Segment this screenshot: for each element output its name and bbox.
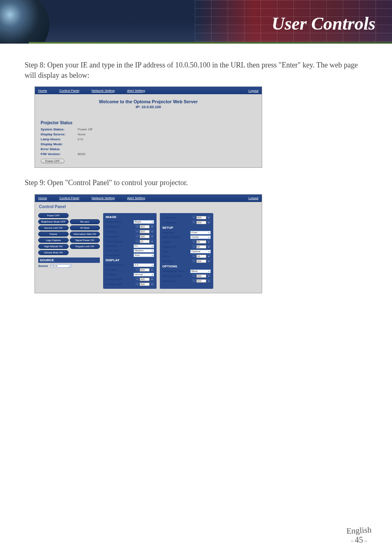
minus-button[interactable]: − xyxy=(192,220,196,225)
plus-button[interactable]: + xyxy=(150,230,154,234)
plus-button[interactable]: + xyxy=(207,220,211,225)
projection-select[interactable]: Front xyxy=(190,231,211,234)
minus-button[interactable]: − xyxy=(135,277,139,281)
nav-control-panel[interactable]: Control Panel xyxy=(59,196,79,200)
minus-button[interactable]: − xyxy=(192,274,196,278)
nav-logout[interactable]: Logout xyxy=(249,89,258,93)
phase-value[interactable]: 16 xyxy=(196,255,206,258)
plus-button[interactable]: + xyxy=(150,225,154,229)
degamma-select[interactable]: PC xyxy=(134,244,154,248)
cp-button[interactable]: Information Hide ON xyxy=(70,232,100,237)
cp-button[interactable]: Volume Mute ON xyxy=(38,250,69,255)
projector-status-section: Projector Status System Status:Power Off… xyxy=(35,117,262,167)
welcome-title: Welcome to the Optoma Projector Web Serv… xyxy=(35,99,262,104)
nav-network-setting[interactable]: Network Setting xyxy=(92,196,115,200)
projector-id-value[interactable]: 00 xyxy=(196,245,206,248)
cp-button[interactable]: Power OFF xyxy=(38,213,69,218)
page-footer: English ┅ 45 ┅ xyxy=(346,526,371,545)
plus-button[interactable]: + xyxy=(150,277,154,281)
nav-logout[interactable]: Logout xyxy=(249,196,258,200)
minus-button[interactable]: − xyxy=(192,216,196,220)
pc-mode-select[interactable]: Normal xyxy=(134,273,154,276)
h-keystone-value[interactable]: 000 xyxy=(196,221,206,224)
sleep-timer-value[interactable]: 000 xyxy=(196,279,206,283)
plus-button[interactable]: + xyxy=(207,279,211,283)
minus-button[interactable]: − xyxy=(192,245,196,249)
plus-button[interactable]: + xyxy=(207,240,211,244)
nav-home[interactable]: Home xyxy=(38,89,47,93)
cp-button[interactable]: High Altitude ON xyxy=(38,244,69,249)
nav-bar: Home Control Panel Network Setting Alert… xyxy=(35,87,262,94)
cp-button[interactable]: Logo Capture xyxy=(38,238,69,243)
v-image-shift-value[interactable]: 000 xyxy=(140,278,150,281)
minus-button[interactable]: − xyxy=(135,282,139,286)
power-off-button[interactable]: Power OFF xyxy=(41,159,65,163)
minus-button[interactable]: − xyxy=(135,234,139,239)
plus-button[interactable]: + xyxy=(207,245,211,249)
tracking-value[interactable]: 000 xyxy=(196,260,206,263)
v-keystone-value[interactable]: 000 xyxy=(196,216,206,219)
minus-button[interactable]: − xyxy=(192,254,196,258)
nav-control-panel[interactable]: Control Panel xyxy=(59,89,79,93)
row-label: Projector ID xyxy=(162,246,188,248)
sharpness-value[interactable]: 000 xyxy=(140,235,150,238)
color-space-select[interactable]: Auto xyxy=(134,253,154,257)
source-label: Source xyxy=(38,265,48,267)
cp-button[interactable]: Brightness Mode OFF xyxy=(38,219,69,224)
logo-select[interactable]: Optoma xyxy=(190,250,211,253)
plus-button[interactable]: + xyxy=(207,259,211,263)
cp-button[interactable]: Source Lock ON xyxy=(38,225,69,230)
cp-button[interactable]: Freeze xyxy=(38,232,69,237)
menu-location-select[interactable]: Center xyxy=(190,235,211,239)
cp-button[interactable]: Signal Power ON xyxy=(70,238,100,243)
h-image-shift-value[interactable]: 000 xyxy=(140,283,150,286)
footer-decoration: ┅ xyxy=(364,539,367,543)
color-temp-select[interactable]: Medium xyxy=(134,249,154,253)
row-label: Volume xyxy=(162,241,188,243)
minus-button[interactable]: − xyxy=(192,240,196,244)
status-row-fw-version: F/W Version:B020 xyxy=(41,152,256,156)
cp-button[interactable]: AV Mute xyxy=(70,225,100,230)
background-color-select[interactable]: Black xyxy=(190,269,211,273)
nav-network-setting[interactable]: Network Setting xyxy=(92,89,115,93)
minus-button[interactable]: − xyxy=(135,225,139,229)
display-mode-select[interactable]: Bright xyxy=(134,220,154,224)
minus-button[interactable]: − xyxy=(192,259,196,263)
minus-button[interactable]: − xyxy=(135,239,139,244)
status-value: B020 xyxy=(78,152,85,156)
row-label: Display Mode xyxy=(106,220,131,223)
row-label: PC Mode xyxy=(106,273,131,276)
status-value: None xyxy=(78,132,85,136)
nav-home[interactable]: Home xyxy=(38,196,47,200)
plus-button[interactable]: + xyxy=(150,268,154,272)
plus-button[interactable]: + xyxy=(150,239,154,244)
auto-power-off-value[interactable]: 000 xyxy=(196,274,206,278)
white-peaking-value[interactable]: 10 xyxy=(140,240,150,243)
overscan-value[interactable]: 000 xyxy=(140,268,150,272)
status-label: Lamp Hours: xyxy=(41,137,78,141)
source-select[interactable]: None xyxy=(51,264,71,268)
image-section-header: IMAGE xyxy=(106,215,154,219)
row-label: H. Keystone xyxy=(162,221,188,224)
row-label: Logo xyxy=(162,250,188,253)
plus-button[interactable]: + xyxy=(150,282,154,286)
row-label: V. Image Shift xyxy=(106,278,131,281)
minus-button[interactable]: − xyxy=(135,268,139,272)
minus-button[interactable]: − xyxy=(135,230,139,234)
minus-button[interactable]: − xyxy=(192,279,196,283)
volume-value[interactable]: 05 xyxy=(196,240,206,244)
contrast-value[interactable]: 003 xyxy=(140,230,150,233)
plus-button[interactable]: + xyxy=(150,234,154,239)
plus-button[interactable]: + xyxy=(207,274,211,278)
nav-alert-setting[interactable]: Alert Setting xyxy=(127,196,145,200)
status-row-error-status: Error Status xyxy=(41,147,256,151)
plus-button[interactable]: + xyxy=(207,216,211,220)
cp-button[interactable]: Re-sync xyxy=(70,219,100,224)
status-value: Power Off xyxy=(78,128,92,131)
nav-bar: Home Control Panel Network Setting Alert… xyxy=(35,195,262,202)
brightness-value[interactable]: 004 xyxy=(140,225,150,228)
cp-button[interactable]: Keypad Lock ON xyxy=(70,244,100,249)
display-format-select[interactable]: 4:3 xyxy=(134,263,154,267)
plus-button[interactable]: + xyxy=(207,254,211,258)
nav-alert-setting[interactable]: Alert Setting xyxy=(127,89,145,93)
